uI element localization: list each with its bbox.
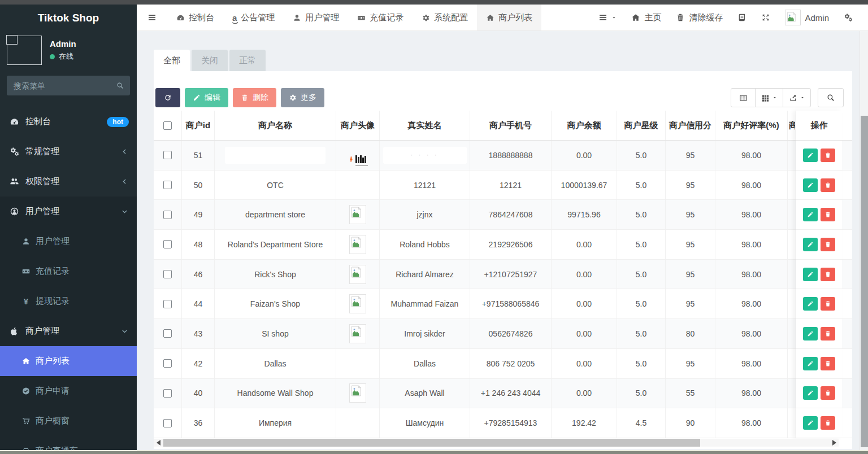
sidebar-item-label: 商户管理 bbox=[25, 326, 59, 337]
scroll-left-arrow[interactable] bbox=[154, 439, 163, 447]
row-delete-button[interactable] bbox=[821, 386, 835, 400]
row-edit-button[interactable] bbox=[803, 268, 818, 281]
row-edit-button[interactable] bbox=[803, 238, 818, 251]
merchant-name: Handsome Wall Shop bbox=[237, 388, 314, 398]
table-search-button[interactable] bbox=[818, 88, 844, 107]
row-edit-button[interactable] bbox=[803, 208, 818, 221]
delete-button[interactable]: 删除 bbox=[233, 88, 276, 107]
row-delete-button[interactable] bbox=[821, 268, 835, 281]
sidebar-item-permissions[interactable]: 权限管理 bbox=[0, 167, 137, 197]
navtab-recharge[interactable]: 充值记录 bbox=[348, 5, 413, 30]
home-button[interactable]: 主页 bbox=[624, 5, 669, 30]
row-checkbox[interactable] bbox=[163, 240, 172, 248]
row-delete-button[interactable] bbox=[821, 357, 835, 370]
column-header: 商户id bbox=[182, 111, 215, 140]
merchant-table: 商户id商户名称商户头像真实姓名商户手机号商户余额商户星级商户信用分商户好评率(… bbox=[154, 111, 852, 447]
row-delete-button[interactable] bbox=[821, 178, 835, 192]
left-triangle-icon bbox=[157, 440, 160, 446]
merchant-star: 5.0 bbox=[636, 388, 646, 398]
navtab-label: 商户列表 bbox=[498, 12, 532, 23]
sidebar-item-dashboard[interactable]: 控制台 hot bbox=[0, 107, 137, 137]
tabs-dropdown-button[interactable] bbox=[591, 5, 624, 30]
row-edit-button[interactable] bbox=[803, 297, 818, 311]
columns-button[interactable] bbox=[755, 88, 783, 107]
row-edit-button[interactable] bbox=[803, 327, 818, 340]
sidebar-subitem-merchant-express[interactable]: 商户直通车 bbox=[0, 436, 137, 450]
account-menu[interactable]: Admin bbox=[778, 5, 836, 30]
sidebar-subitem-merchant-list[interactable]: 商户列表 bbox=[0, 346, 137, 376]
navtab-merchant-list[interactable]: 商户列表 bbox=[477, 5, 541, 30]
row-edit-button[interactable] bbox=[803, 357, 818, 370]
row-select-cell bbox=[154, 379, 182, 408]
tab-all[interactable]: 全部 bbox=[154, 50, 190, 71]
export-button[interactable] bbox=[783, 88, 811, 107]
sidebar-search-input[interactable] bbox=[7, 76, 130, 95]
row-checkbox[interactable] bbox=[163, 419, 172, 427]
row-delete-button[interactable] bbox=[821, 149, 835, 162]
horizontal-scrollbar-thumb[interactable] bbox=[163, 439, 700, 447]
scroll-right-arrow[interactable] bbox=[830, 439, 839, 447]
merchant-id-cell: 40 bbox=[182, 379, 215, 408]
tab-normal[interactable]: 正常 bbox=[229, 50, 266, 71]
fullscreen-button[interactable] bbox=[754, 5, 778, 30]
sidebar-subitem-merchant-showcase[interactable]: 商户橱窗 bbox=[0, 406, 137, 436]
vertical-scrollbar-thumb[interactable] bbox=[861, 116, 868, 447]
navtab-dashboard[interactable]: 控制台 bbox=[167, 5, 223, 30]
row-checkbox[interactable] bbox=[163, 359, 172, 368]
sidebar-subitem-user-management[interactable]: 用户管理 bbox=[0, 226, 137, 256]
sidebar-item-general[interactable]: 常规管理 bbox=[0, 137, 137, 167]
row-edit-button[interactable] bbox=[803, 178, 818, 192]
merchant-id: 48 bbox=[194, 240, 203, 249]
tab-closed[interactable]: 关闭 bbox=[192, 50, 228, 71]
settings-button[interactable] bbox=[836, 5, 860, 30]
row-edit-button[interactable] bbox=[803, 386, 818, 400]
row-delete-button[interactable] bbox=[821, 238, 835, 251]
merchant-star: 5.0 bbox=[636, 359, 646, 368]
row-edit-button[interactable] bbox=[803, 149, 818, 162]
sidebar-item-merchant-management[interactable]: 商户管理 bbox=[0, 316, 137, 346]
row-delete-button[interactable] bbox=[821, 327, 835, 340]
row-delete-button[interactable] bbox=[821, 297, 835, 311]
sidebar-subitem-withdraw-records[interactable]: ¥ 提现记录 bbox=[0, 286, 137, 316]
rating-cell: 98.00 bbox=[715, 289, 788, 318]
row-checkbox[interactable] bbox=[163, 329, 172, 338]
merchant-id-cell: 43 bbox=[182, 319, 215, 348]
column-header: 商户星级 bbox=[617, 111, 666, 140]
brand-title: Tiktok Shop bbox=[0, 5, 137, 32]
row-checkbox[interactable] bbox=[163, 151, 172, 159]
row-checkbox[interactable] bbox=[163, 181, 172, 189]
merchant-rating: 98.00 bbox=[741, 270, 761, 279]
sidebar-toggle-button[interactable] bbox=[137, 5, 167, 30]
sidebar-subitem-recharge-records[interactable]: 充值记录 bbox=[0, 256, 137, 286]
toggle-view-button[interactable] bbox=[731, 88, 756, 107]
clear-cache-button[interactable]: 清除缓存 bbox=[669, 5, 730, 30]
sidebar-subitem-merchant-apply[interactable]: 商户申请 bbox=[0, 376, 137, 406]
real-name: jzjnx bbox=[416, 210, 432, 219]
navtab-users[interactable]: 用户管理 bbox=[284, 5, 348, 30]
refresh-button[interactable] bbox=[155, 88, 180, 107]
merchant-name-cell: Dallas bbox=[215, 349, 336, 378]
row-checkbox[interactable] bbox=[163, 270, 172, 278]
sidebar-item-user-management[interactable]: 用户管理 bbox=[0, 197, 137, 226]
row-delete-button[interactable] bbox=[821, 416, 835, 430]
rating-cell: 98.00 bbox=[715, 349, 788, 378]
table-row: 36ИмперияШамсудин+79285154913192.424.590… bbox=[154, 408, 852, 438]
row-checkbox[interactable] bbox=[163, 211, 172, 219]
balance-cell: 0.00 bbox=[552, 141, 617, 170]
window-bottom-edge bbox=[0, 450, 868, 454]
select-all-checkbox[interactable] bbox=[163, 121, 172, 130]
docs-button[interactable] bbox=[730, 5, 754, 30]
sidebar-item-label: 权限管理 bbox=[25, 176, 59, 187]
row-edit-button[interactable] bbox=[803, 416, 818, 430]
row-checkbox[interactable] bbox=[163, 389, 172, 398]
merchant-id-cell: 50 bbox=[182, 171, 215, 200]
row-delete-button[interactable] bbox=[821, 208, 835, 221]
row-checkbox[interactable] bbox=[163, 300, 172, 308]
navtab-announcements[interactable]: a 公告管理 bbox=[223, 5, 284, 30]
gears-icon bbox=[844, 13, 853, 22]
navtab-system-config[interactable]: 系统配置 bbox=[413, 5, 477, 30]
search-icon[interactable] bbox=[116, 81, 124, 90]
more-button[interactable]: 更多 bbox=[281, 88, 324, 107]
edit-button[interactable]: 编辑 bbox=[185, 88, 228, 107]
users-icon bbox=[9, 177, 20, 186]
